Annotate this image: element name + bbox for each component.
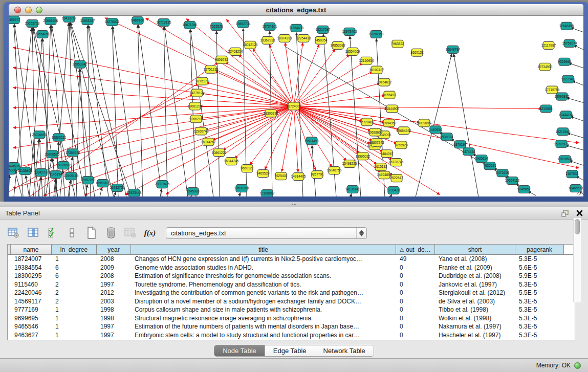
- scrollbar-thumb[interactable]: [575, 219, 580, 234]
- table-row[interactable]: 969969511998Structural magnetic resonanc…: [8, 314, 575, 323]
- table-cell: 9115460: [11, 280, 52, 289]
- table-cell: Hescheler et al. (1997): [435, 331, 515, 340]
- table-cell: Dudbridge et al. (2008): [435, 272, 515, 280]
- table-row[interactable]: 946554611997Estimation of the future num…: [8, 322, 575, 331]
- table-selector-value: citations_edges.txt: [166, 229, 356, 237]
- graph-node-label: 14136141: [345, 187, 360, 191]
- table-body: 1872400712008Changes of HCN gene express…: [8, 255, 575, 340]
- column-header-short[interactable]: short: [435, 245, 515, 254]
- graph-node-label: 9484067: [380, 152, 394, 156]
- column-header-out_de[interactable]: △out_de…: [396, 245, 435, 254]
- select-columns-icon[interactable]: [46, 227, 59, 239]
- table-row[interactable]: 2242004622012Investigating the contribut…: [8, 289, 575, 297]
- tab-edge-table[interactable]: Edge Table: [265, 345, 315, 356]
- table-row[interactable]: 1456911722003Disruption of a novel membe…: [8, 297, 575, 306]
- sort-ascending-icon: △: [400, 247, 404, 252]
- table-cell: 5.6E-5: [515, 264, 564, 272]
- table-cell: 22420046: [11, 289, 52, 297]
- table-cell: Investigating the contribution of common…: [131, 289, 396, 297]
- graph-node-label: 7450354: [314, 38, 328, 42]
- graph-node-label: 15720407: [360, 120, 375, 124]
- function-builder-icon[interactable]: f(x): [143, 227, 157, 239]
- tab-network-table[interactable]: Network Table: [315, 345, 374, 356]
- graph-node-label: 17016504: [558, 158, 573, 161]
- table-row[interactable]: 977716911998Corpus callosum shape and si…: [8, 305, 575, 314]
- graph-node-label: 15276021: [105, 20, 120, 24]
- tab-node-table[interactable]: Node Table: [214, 345, 265, 356]
- graph-node-label: 11544909: [385, 107, 400, 111]
- column-header-in_degree[interactable]: in_degree: [52, 245, 97, 254]
- minimize-window-button[interactable]: [25, 7, 32, 13]
- table-cell: Embryonic stem cells: a model to study s…: [131, 331, 396, 340]
- table-row[interactable]: 911546021997Tourette syndrome. Phenomeno…: [8, 280, 575, 289]
- graph-node-label: 10693368: [234, 186, 249, 190]
- graph-node-label: 15751074: [562, 41, 577, 45]
- table-vertical-scrollbar[interactable]: [573, 218, 581, 302]
- graph-edge: [89, 26, 126, 196]
- window-titlebar[interactable]: citations_edges.txt: [9, 4, 583, 16]
- graph-node-label: 12217087: [316, 28, 331, 31]
- row-height-icon[interactable]: [66, 227, 79, 239]
- memory-status-label: Memory: OK: [536, 362, 571, 369]
- table-selector-dropdown[interactable]: citations_edges.txt: [166, 227, 367, 239]
- graph-node-label: 19367933: [260, 38, 275, 42]
- graph-node-label: 20301625: [155, 182, 170, 186]
- table-cell: 2003: [97, 297, 131, 306]
- graph-node-label: 8215953: [539, 107, 553, 111]
- table-cell: 5.5E-5: [515, 289, 564, 297]
- graph-edge: [569, 63, 583, 68]
- table-row[interactable]: 1872400712008Changes of HCN gene express…: [8, 255, 575, 264]
- graph-node-label: 12751218: [204, 68, 219, 71]
- divider-grip-icon[interactable]: [291, 203, 296, 206]
- graph-edge: [88, 26, 91, 196]
- graph-node-label: 12923448: [127, 191, 142, 194]
- float-panel-icon[interactable]: [561, 210, 569, 217]
- table-cell: Estimation of significance thresholds fo…: [131, 272, 396, 280]
- graph-node-label: 8471626: [496, 171, 509, 174]
- table-cell: 1997: [97, 331, 131, 340]
- graph-edge: [166, 106, 294, 194]
- memory-ok-indicator-icon: [574, 362, 581, 369]
- new-file-icon[interactable]: [85, 227, 98, 239]
- graph-node-label: 14853083: [331, 43, 345, 47]
- column-header-label: short: [468, 246, 482, 253]
- close-panel-icon[interactable]: [576, 210, 583, 216]
- graph-edge: [9, 175, 10, 193]
- close-window-button[interactable]: [14, 7, 21, 13]
- graph-node-label: 9329966: [558, 60, 571, 63]
- table-row[interactable]: 1830029562008Estimation of significance …: [8, 272, 575, 280]
- table-row[interactable]: 946362711997Embryonic stem cells: a mode…: [8, 331, 575, 340]
- graph-node-label: 18807243: [369, 141, 384, 144]
- column-header-pagerank[interactable]: pagerank: [515, 245, 564, 254]
- graph-node-label: 18995022: [356, 155, 371, 158]
- graph-node-label: 9474444: [462, 150, 475, 154]
- zoom-window-button[interactable]: [36, 7, 42, 13]
- table-settings-icon[interactable]: [7, 227, 20, 239]
- graph-node-label: 15724101: [263, 25, 277, 28]
- graph-node-label: 18554069: [345, 50, 360, 53]
- table-cell: de Silva et al. (2003): [435, 297, 515, 306]
- table-row[interactable]: 1938455462009Genome-wide association stu…: [8, 264, 575, 272]
- table-cell: 9463627: [11, 331, 52, 340]
- trash-icon[interactable]: [104, 227, 118, 239]
- graph-node-label: 7963822: [391, 42, 404, 46]
- column-header-label: year: [107, 246, 119, 253]
- column-header-title[interactable]: title: [131, 245, 396, 254]
- column-header-year[interactable]: year: [97, 245, 131, 254]
- graph-node-label: 26053346: [73, 62, 88, 66]
- graph-edge: [223, 106, 294, 150]
- column-header-name[interactable]: name: [11, 245, 52, 254]
- graph-node-label: 18724007: [287, 104, 301, 108]
- graph-node-label: 12093832: [555, 95, 570, 98]
- graph-node-label: 12505185: [64, 174, 79, 178]
- table-panel-title: Table Panel: [5, 209, 40, 217]
- graph-node-label: 12960743: [194, 129, 209, 133]
- graph-node-label: 6466160: [131, 18, 144, 22]
- graph-node-label: 7625402: [274, 174, 288, 178]
- table-cell: 19384554: [11, 264, 52, 272]
- graph-node-label: 9756928: [395, 143, 408, 147]
- network-canvas[interactable]: 2405572205537182089140618433717106532871…: [9, 16, 583, 196]
- split-pane-divider[interactable]: [0, 202, 588, 207]
- table-panel-header: Table Panel: [0, 207, 588, 220]
- show-column-icon[interactable]: [27, 227, 40, 239]
